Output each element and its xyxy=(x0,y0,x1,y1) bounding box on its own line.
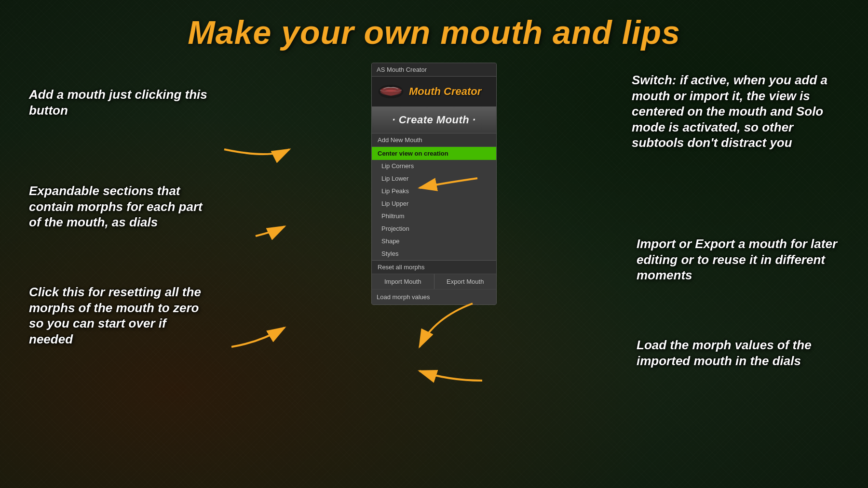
create-mouth-button[interactable]: · Create Mouth · xyxy=(372,107,496,133)
center-view-toggle[interactable]: Center view on creation xyxy=(372,147,496,160)
import-export-row: Import Mouth Export Mouth xyxy=(372,274,496,290)
menu-item-lip-corners[interactable]: Lip Corners xyxy=(372,160,496,172)
annotation-bot-left-text: Click this for resetting all the morphs … xyxy=(29,285,201,346)
menu-item-styles[interactable]: Styles xyxy=(372,248,496,260)
panel-title-bar: AS Mouth Creator xyxy=(372,63,496,77)
menu-item-lip-peaks[interactable]: Lip Peaks xyxy=(372,185,496,198)
add-new-mouth-header: Add New Mouth xyxy=(372,133,496,147)
annotation-top-right: Switch: if active, when you add a mouth … xyxy=(632,72,839,151)
annotation-top-left-text: Add a mouth just clicking this button xyxy=(29,87,207,118)
annotation-bot-right: Load the morph values of the imported mo… xyxy=(637,337,839,369)
reset-all-morphs-button[interactable]: Reset all morphs xyxy=(372,260,496,274)
annotation-mid-right: Import or Export a mouth for later editi… xyxy=(637,236,839,283)
annotation-mid-left: Expandable sections that contain morphs … xyxy=(29,183,212,230)
page-title: Make your own mouth and lips xyxy=(0,0,868,51)
annotation-top-right-text: Switch: if active, when you add a mouth … xyxy=(632,73,827,150)
import-mouth-button[interactable]: Import Mouth xyxy=(372,274,434,289)
lips-icon xyxy=(378,81,404,102)
annotation-top-left: Add a mouth just clicking this button xyxy=(29,87,212,118)
annotation-bot-right-text: Load the morph values of the imported mo… xyxy=(637,338,812,368)
menu-item-projection[interactable]: Projection xyxy=(372,223,496,235)
panel-container: AS Mouth Creator Mouth Creator · Create … xyxy=(371,63,497,305)
as-mouth-creator-panel: AS Mouth Creator Mouth Creator · Create … xyxy=(371,63,497,305)
menu-item-lip-upper[interactable]: Lip Upper xyxy=(372,198,496,210)
content-area: Make your own mouth and lips AS Mouth Cr… xyxy=(0,0,868,488)
menu-item-shape[interactable]: Shape xyxy=(372,235,496,248)
menu-item-lip-lower[interactable]: Lip Lower xyxy=(372,172,496,185)
logo-text: Mouth Creator xyxy=(409,85,481,98)
export-mouth-button[interactable]: Export Mouth xyxy=(434,274,497,289)
annotation-mid-right-text: Import or Export a mouth for later editi… xyxy=(637,237,837,282)
annotation-mid-left-text: Expandable sections that contain morphs … xyxy=(29,184,203,229)
menu-item-philtrum[interactable]: Philtrum xyxy=(372,210,496,223)
load-morph-values-button[interactable]: Load morph values xyxy=(372,290,496,304)
panel-logo: Mouth Creator xyxy=(372,77,496,107)
annotation-bot-left: Click this for resetting all the morphs … xyxy=(29,284,212,347)
